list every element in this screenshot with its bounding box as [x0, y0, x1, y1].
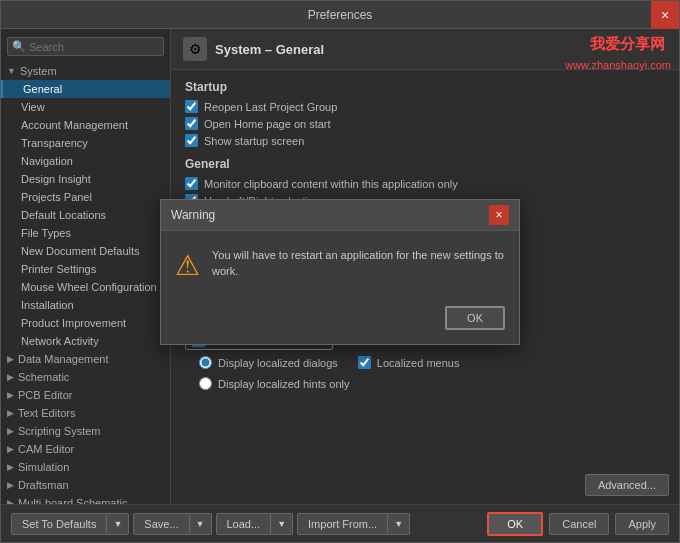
- warning-message: You will have to restart an application …: [212, 247, 505, 280]
- warning-dialog-close[interactable]: ×: [489, 205, 509, 225]
- dialog-overlay: Warning × ⚠ You will have to restart an …: [1, 1, 679, 542]
- warning-ok-button[interactable]: OK: [445, 306, 505, 330]
- warning-icon: ⚠: [175, 249, 200, 282]
- warning-footer: OK: [161, 298, 519, 344]
- warning-dialog: Warning × ⚠ You will have to restart an …: [160, 199, 520, 345]
- preferences-window: Preferences × 我爱分享网 www.zhanshaoyi.com 🔍…: [0, 0, 680, 543]
- warning-dialog-titlebar: Warning ×: [161, 200, 519, 231]
- warning-dialog-title: Warning: [171, 208, 215, 222]
- warning-body: ⚠ You will have to restart an applicatio…: [161, 231, 519, 298]
